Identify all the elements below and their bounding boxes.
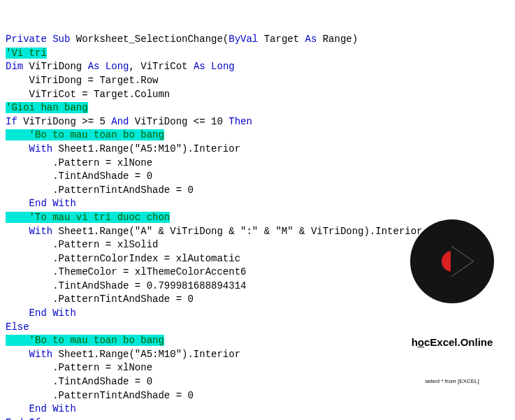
code-line: .PatternTintAndShade = 0 (6, 390, 194, 401)
comment-tomau: 'To mau vi tri duoc chon (6, 212, 170, 223)
logo-subtext: select * from [EXCEL] (410, 377, 494, 385)
code-line: .TintAndShade = 0 (6, 171, 152, 182)
txt: Worksheet_SelectionChange( (70, 34, 229, 45)
kw-and: And (111, 116, 129, 127)
kw-then: Then (229, 116, 252, 127)
kw-private-sub: Private Sub (6, 34, 70, 45)
code-line: ViTriDong = Target.Row (6, 75, 158, 86)
comment-vitri: 'Vi tri (6, 48, 47, 59)
code-line: .ThemeColor = xlThemeColorAccent6 (6, 266, 246, 277)
logo-text: hocExcel.Online (410, 335, 494, 349)
kw-with3: With (29, 349, 53, 360)
comment-botomau1: 'Bo to mau toan bo bang (6, 129, 164, 140)
kw-endif: End If (6, 417, 41, 420)
code-line: .Pattern = xlNone (6, 157, 152, 168)
kw-else: Else (6, 321, 29, 333)
kw-with2: With (29, 226, 53, 237)
kw-endwith3: End With (29, 403, 76, 414)
txt: Sheet1.Range("A5:M10").Interior (52, 349, 240, 360)
txt: , ViTriCot (129, 61, 193, 72)
kw-byval: ByVal (229, 34, 258, 45)
indent (6, 143, 29, 154)
code-line: .PatternTintAndShade = 0 (6, 184, 194, 196)
logo-text-post: cExcel.Online (424, 336, 493, 348)
code-line: .Pattern = xlNone (6, 362, 152, 373)
code-line: .TintAndShade = 0.799981688894314 (6, 280, 246, 291)
code-line: .PatternColorIndex = xlAutomatic (6, 253, 240, 264)
code-line: .TintAndShade = 0 (6, 376, 152, 387)
kw-endwith1: End With (29, 198, 76, 209)
kw-aslong2: As Long (194, 61, 235, 72)
indent (6, 403, 29, 414)
indent (6, 198, 29, 209)
kw-as: As (305, 34, 317, 45)
indent (6, 307, 29, 319)
txt: ViTriDong <= 10 (129, 116, 229, 127)
logo-circle-icon (410, 219, 494, 303)
indent (6, 226, 29, 237)
txt: ViTriDong >= 5 (17, 116, 111, 127)
code-line: .Pattern = xlSolid (6, 239, 158, 250)
brand-logo: hocExcel.Online select * from [EXCEL] (410, 192, 494, 399)
kw-dim: Dim (6, 61, 23, 72)
txt: Target (258, 34, 305, 45)
logo-text-pre: h (412, 336, 418, 348)
kw-aslong1: As Long (88, 61, 129, 72)
txt: Sheet1.Range("A5:M10").Interior (52, 143, 240, 154)
code-line: .PatternTintAndShade = 0 (6, 294, 194, 305)
txt: ViTriDong (23, 61, 87, 72)
kw-if: If (6, 116, 17, 127)
code-line: ViTriCot = Target.Column (6, 89, 170, 100)
logo-play-icon (451, 246, 473, 277)
txt: Sheet1.Range("A" & ViTriDong & ":" & "M"… (52, 226, 422, 237)
comment-gioihan: 'Gioi han bang (6, 102, 88, 113)
comment-botomau2: 'Bo to mau toan bo bang (6, 335, 164, 346)
kw-with1: With (29, 143, 53, 154)
logo-text-u: o (418, 336, 424, 348)
indent (6, 349, 29, 360)
txt: Range) (317, 34, 358, 45)
kw-endwith2: End With (29, 307, 76, 319)
